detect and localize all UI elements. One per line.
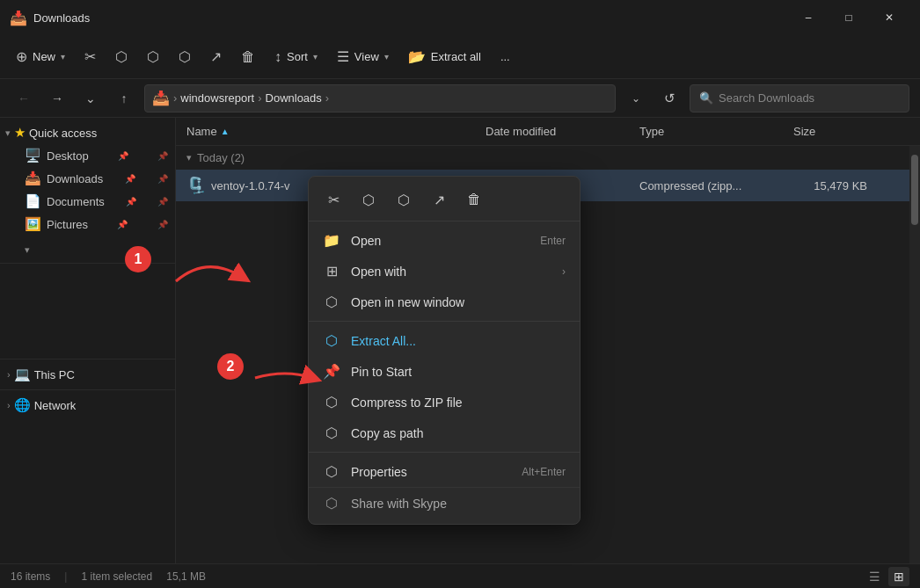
new-button[interactable]: ⊕ New ▾	[7, 41, 74, 73]
close-button[interactable]: ✕	[869, 4, 909, 32]
file-name-text: ventoy-1.0.74-v	[211, 179, 290, 192]
ctx-extract-label: Extract All...	[351, 334, 416, 348]
status-bar: 16 items | 1 item selected 15,1 MB ☰ ⊞	[0, 563, 920, 588]
status-separator-1: |	[64, 570, 67, 583]
sort-icon: ↕	[274, 49, 281, 65]
ctx-properties[interactable]: ⬡ Properties Alt+Enter	[309, 456, 580, 487]
this-pc-label: This PC	[34, 368, 75, 381]
address-path-folder: Downloads	[266, 91, 322, 105]
documents-pin-icon: 📌	[126, 197, 136, 207]
cut-button[interactable]: ✂	[76, 41, 105, 73]
sidebar-network-header[interactable]: › 🌐 Network	[0, 394, 175, 417]
sidebar-quick-access-header[interactable]: ▾ ★ Quick access	[0, 121, 175, 144]
ctx-open-with-arrow: ›	[562, 265, 566, 278]
view-list-button[interactable]: ☰	[864, 567, 885, 586]
sidebar-item-documents[interactable]: 📄 Documents 📌	[0, 190, 175, 213]
more-label: ...	[500, 50, 510, 63]
sort-button[interactable]: ↕ Sort ▾	[266, 41, 326, 73]
address-bar[interactable]: 📥 › windowsreport › Downloads ›	[144, 84, 616, 113]
delete-icon: 🗑	[241, 49, 255, 65]
recent-locations-button[interactable]: ⌄	[77, 85, 104, 112]
minimize-button[interactable]: –	[788, 4, 829, 32]
back-button[interactable]: ←	[11, 85, 37, 112]
rename-button[interactable]: ⬡	[170, 41, 200, 73]
ctx-open-new-window[interactable]: ⬡ Open in new window	[309, 287, 580, 317]
col-type-label: Type	[639, 125, 664, 138]
search-placeholder: Search Downloads	[719, 91, 814, 105]
ctx-open-shortcut: Enter	[540, 235, 566, 247]
title-icon: 📥	[11, 10, 26, 25]
ctx-share-button[interactable]: ↗	[425, 185, 453, 214]
window-controls: – □ ✕	[788, 4, 909, 32]
sidebar-this-pc-header[interactable]: › 💻 This PC	[0, 363, 175, 386]
toolbar: ⊕ New ▾ ✂ ⬡ ⬡ ⬡ ↗ 🗑 ↕ Sort ▾ ☰ View ▾ 📂 …	[0, 35, 920, 79]
title-text: Downloads	[33, 11, 90, 25]
downloads-pin-icon: 📌	[125, 174, 135, 184]
address-dropdown-button[interactable]: ⌄	[623, 85, 649, 112]
view-icon: ☰	[337, 48, 349, 65]
ctx-properties-icon: ⬡	[323, 463, 340, 480]
badge-1-label: 1	[135, 251, 142, 267]
sidebar: ▾ ★ Quick access 🖥️ Desktop 📌 📥 Download…	[0, 118, 176, 563]
extract-all-button[interactable]: 📂 Extract all	[399, 41, 490, 73]
this-pc-icon: 💻	[14, 367, 31, 382]
step-badge-2: 2	[217, 353, 244, 380]
ctx-copy-path-label: Copy as path	[351, 426, 424, 440]
sidebar-item-desktop[interactable]: 🖥️ Desktop 📌	[0, 144, 175, 167]
refresh-button[interactable]: ↺	[656, 85, 683, 112]
search-box[interactable]: 🔍 Search Downloads	[690, 84, 909, 113]
ctx-open-icon: 📁	[323, 232, 340, 249]
network-expand-icon: ›	[7, 400, 11, 410]
status-bar-right: ☰ ⊞	[864, 567, 909, 586]
file-cell-type: Compressed (zipp...	[632, 179, 786, 192]
col-header-date[interactable]: Date modified	[478, 125, 632, 138]
ctx-open[interactable]: 📁 Open Enter	[309, 225, 580, 256]
ctx-delete-button[interactable]: 🗑	[460, 185, 488, 214]
copy-button[interactable]: ⬡	[106, 41, 136, 73]
col-header-name[interactable]: Name ▲	[179, 125, 478, 138]
col-size-label: Size	[793, 125, 815, 138]
ctx-cut-button[interactable]: ✂	[319, 185, 347, 214]
more-button[interactable]: ...	[492, 41, 519, 73]
forward-button[interactable]: →	[44, 85, 70, 112]
ctx-copy-path[interactable]: ⬡ Copy as path	[309, 417, 580, 448]
ctx-open-label: Open	[351, 234, 381, 248]
col-header-size[interactable]: Size	[786, 125, 874, 138]
column-headers: Name ▲ Date modified Type Size	[176, 118, 920, 146]
file-cell-size: 15,479 KB	[786, 179, 874, 192]
view-details-button[interactable]: ⊞	[888, 567, 909, 586]
title-bar-left: 📥 Downloads	[11, 10, 90, 25]
col-header-type[interactable]: Type	[632, 125, 786, 138]
ctx-open-with[interactable]: ⊞ Open with ›	[309, 256, 580, 287]
sort-label: Sort	[287, 50, 308, 63]
pictures-pin-icon: 📌	[117, 220, 128, 229]
title-bar: 📥 Downloads – □ ✕	[0, 0, 920, 35]
ctx-properties-label: Properties	[351, 465, 407, 479]
paste-button[interactable]: ⬡	[138, 41, 168, 73]
scrollbar-thumb[interactable]	[911, 155, 918, 225]
address-bar-icon: 📥	[152, 90, 170, 106]
ctx-copy-button[interactable]: ⬡	[354, 185, 383, 214]
network-label: Network	[34, 399, 77, 412]
scrollbar[interactable]	[909, 146, 920, 563]
maximize-button[interactable]: □	[829, 4, 869, 32]
col-name-label: Name	[186, 125, 217, 138]
extract-icon: 📂	[408, 48, 426, 65]
ctx-paste-button[interactable]: ⬡	[390, 185, 418, 214]
view-button[interactable]: ☰ View ▾	[328, 41, 398, 73]
view-label: View	[354, 50, 379, 63]
delete-button[interactable]: 🗑	[232, 41, 264, 73]
sort-chevron: ▾	[313, 52, 318, 62]
sidebar-item-downloads[interactable]: 📥 Downloads 📌	[0, 167, 175, 190]
quick-access-label: Quick access	[29, 127, 97, 140]
group-today-label: Today (2)	[197, 151, 245, 164]
pictures-icon: 🖼️	[25, 216, 41, 232]
up-button[interactable]: ↑	[111, 85, 137, 112]
ctx-share-skype[interactable]: ⬡ Share with Skype	[309, 487, 580, 519]
status-item-count: 16 items	[11, 570, 50, 583]
status-selected-info: 1 item selected	[81, 570, 152, 583]
pictures-label: Pictures	[47, 218, 88, 231]
share-button[interactable]: ↗	[201, 41, 230, 73]
ctx-divider-1	[309, 321, 580, 322]
documents-label: Documents	[47, 195, 105, 208]
